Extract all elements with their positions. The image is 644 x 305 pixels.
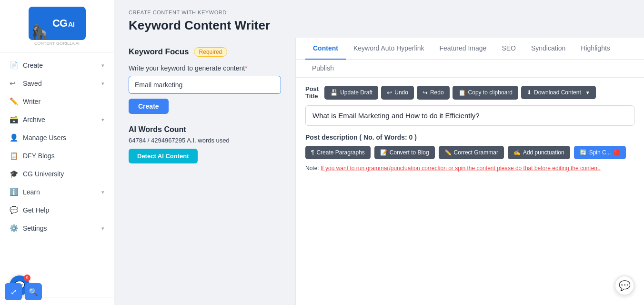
create-nav-icon: 📄 xyxy=(10,61,18,70)
sidebar: 🦍 CG AI CONTENT GORILLA AI 📄 Create ▾ ↩ … xyxy=(0,0,114,305)
gorilla-icon: 🦍 xyxy=(30,23,48,40)
sidebar-item-manage-users[interactable]: 👤 Manage Users xyxy=(0,129,114,147)
cg-university-nav-icon: 🎓 xyxy=(10,170,18,178)
settings-arrow-icon: ▾ xyxy=(101,225,104,232)
tab-keyword-auto-hyperlink[interactable]: Keyword Auto Hyperlink xyxy=(346,38,432,60)
create-button[interactable]: Create xyxy=(129,99,169,114)
create-arrow-icon: ▾ xyxy=(101,62,104,69)
main-body: Keyword Focus Required Write your keywor… xyxy=(114,38,644,305)
keyword-focus-row: Keyword Focus Required xyxy=(129,47,281,57)
search-button[interactable]: 🔍 xyxy=(25,283,42,300)
manage-users-nav-icon: 👤 xyxy=(10,133,18,142)
undo-button[interactable]: ↩ Undo xyxy=(381,86,414,100)
spin-content-button[interactable]: 🔄 Spin C... 🔴 xyxy=(574,146,626,159)
logo-area: 🦍 CG AI CONTENT GORILLA AI xyxy=(0,0,114,52)
create-nav-label: Create xyxy=(23,61,97,69)
note-area: Note: If you want to run grammar/punctua… xyxy=(305,165,634,172)
keyword-input[interactable] xyxy=(129,76,281,94)
saved-arrow-icon: ▾ xyxy=(101,81,104,87)
manage-users-nav-label: Manage Users xyxy=(23,134,104,142)
ai-words-section: AI Words Count 64784 / 4294967295 A.I. w… xyxy=(129,125,281,163)
redo-button[interactable]: ↪ Redo xyxy=(417,86,450,100)
note-link[interactable]: If you want to run grammar/punctuation c… xyxy=(321,165,601,172)
sidebar-item-cg-university[interactable]: 🎓 CG University xyxy=(0,165,114,183)
writer-nav-icon: ✏️ xyxy=(10,97,18,106)
tab-syndication[interactable]: Syndication xyxy=(523,38,573,60)
settings-nav-label: Settings xyxy=(23,224,97,232)
clipboard-icon: 📋 xyxy=(458,89,466,96)
archive-arrow-icon: ▾ xyxy=(101,117,104,123)
spin-badge: 🔴 xyxy=(614,149,620,156)
sidebar-item-saved[interactable]: ↩ Saved ▾ xyxy=(0,74,114,92)
note-label: Note: xyxy=(305,165,321,172)
sub-tabs: Publish xyxy=(296,60,644,78)
sidebar-item-dfy-blogs[interactable]: 📋 DFY Blogs xyxy=(0,147,114,165)
page-title: Keyword Content Writer xyxy=(129,18,630,33)
breadcrumb: CREATE CONTENT WITH KEYWORD xyxy=(129,10,630,15)
expand-icon: ⤢ xyxy=(10,287,17,296)
copy-to-clipboard-button[interactable]: 📋 Copy to clipboard xyxy=(453,86,518,100)
logo-subtitle: CONTENT GORILLA AI xyxy=(34,41,80,46)
sidebar-item-writer[interactable]: ✏️ Writer xyxy=(0,92,114,111)
writer-nav-label: Writer xyxy=(23,98,104,105)
bottom-icons: ⤢ 🔍 xyxy=(5,283,42,300)
convert-to-blog-button[interactable]: 📝 Convert to Blog xyxy=(374,146,435,159)
tab-highlights[interactable]: Highlights xyxy=(573,38,617,60)
sidebar-item-settings[interactable]: ⚙️ Settings ▾ xyxy=(0,219,114,237)
post-description-label: Post description ( No. of Words: 0 ) xyxy=(305,133,417,141)
learn-nav-label: Learn xyxy=(23,188,97,196)
dfy-blogs-nav-label: DFY Blogs xyxy=(23,152,104,160)
sidebar-item-create[interactable]: 📄 Create ▾ xyxy=(0,56,114,74)
update-draft-icon: 💾 xyxy=(330,89,338,96)
content-area: PostTitle 💾 Update Draft ↩ Undo ↪ Redo xyxy=(296,78,644,305)
download-icon: ⬇ xyxy=(527,89,532,96)
download-chevron-icon: ▼ xyxy=(585,90,590,95)
support-chat-button[interactable]: 💬 xyxy=(614,275,634,295)
sidebar-item-get-help[interactable]: 💬 Get Help xyxy=(0,201,114,219)
cg-university-nav-label: CG University xyxy=(23,170,104,178)
saved-nav-icon: ↩ xyxy=(10,79,18,88)
post-description-row: Post description ( No. of Words: 0 ) xyxy=(305,133,634,141)
detect-ai-button[interactable]: Detect AI Content xyxy=(129,149,198,163)
ai-words-title: AI Words Count xyxy=(129,125,281,134)
correct-grammar-button[interactable]: ✏️ Correct Grammar xyxy=(439,146,504,159)
write-keyword-label: Write your keyword to generate content* xyxy=(129,64,281,72)
undo-icon: ↩ xyxy=(387,89,392,96)
add-punctuation-button[interactable]: ✍️ Add punctuation xyxy=(508,146,570,159)
sidebar-item-learn[interactable]: ℹ️ Learn ▾ xyxy=(0,183,114,201)
learn-nav-icon: ℹ️ xyxy=(10,188,18,196)
spin-icon: 🔄 xyxy=(580,149,587,156)
tab-content[interactable]: Content xyxy=(305,38,346,60)
main-tabs: ContentKeyword Auto HyperlinkFeatured Im… xyxy=(296,38,644,60)
update-draft-button[interactable]: 💾 Update Draft xyxy=(324,86,378,100)
download-content-button[interactable]: ⬇ Download Content ▼ xyxy=(521,86,596,99)
ai-words-count: 64784 / 4294967295 A.I. words used xyxy=(129,137,281,144)
saved-nav-label: Saved xyxy=(23,80,97,87)
grammar-icon: ✏️ xyxy=(444,149,452,156)
post-title-input[interactable] xyxy=(305,105,634,126)
logo-cg-text: CG xyxy=(52,17,67,30)
punctuation-icon: ✍️ xyxy=(513,149,521,156)
tab-publish[interactable]: Publish xyxy=(305,60,341,78)
right-panel: ContentKeyword Auto HyperlinkFeatured Im… xyxy=(295,38,644,305)
search-icon: 🔍 xyxy=(29,287,38,296)
sidebar-nav: 📄 Create ▾ ↩ Saved ▾ ✏️ Writer 🗃️ Archiv… xyxy=(0,52,114,297)
post-description-buttons: ¶ Create Paragraphs 📝 Convert to Blog ✏️… xyxy=(305,146,634,159)
archive-nav-icon: 🗃️ xyxy=(10,115,18,124)
create-paragraphs-button[interactable]: ¶ Create Paragraphs xyxy=(305,146,371,159)
left-panel: Keyword Focus Required Write your keywor… xyxy=(114,38,295,305)
tab-featured-image[interactable]: Featured Image xyxy=(432,38,494,60)
support-chat-icon: 💬 xyxy=(619,280,631,291)
main-header: CREATE CONTENT WITH KEYWORD Keyword Cont… xyxy=(114,0,644,38)
logo: 🦍 CG AI xyxy=(29,7,86,40)
tab-seo[interactable]: SEO xyxy=(494,38,523,60)
learn-arrow-icon: ▾ xyxy=(101,189,104,195)
post-title-label: PostTitle xyxy=(305,85,319,100)
settings-nav-icon: ⚙️ xyxy=(10,224,18,233)
main-area: CREATE CONTENT WITH KEYWORD Keyword Cont… xyxy=(114,0,644,305)
expand-button[interactable]: ⤢ xyxy=(5,283,22,300)
create-paragraphs-icon: ¶ xyxy=(311,149,314,156)
sidebar-item-archive[interactable]: 🗃️ Archive ▾ xyxy=(0,111,114,129)
get-help-nav-icon: 💬 xyxy=(10,206,18,214)
get-help-nav-label: Get Help xyxy=(23,206,104,214)
